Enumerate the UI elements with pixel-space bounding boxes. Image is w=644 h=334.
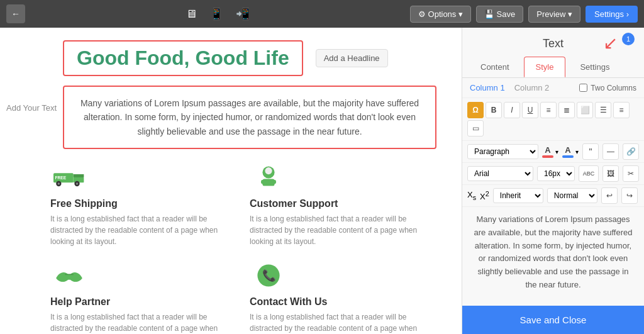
panel-tabs: Content Style Settings bbox=[462, 57, 644, 78]
text-content-area[interactable]: Many variations of Lorem Ipsum passages … bbox=[63, 86, 436, 149]
feature-title: Free Shipping bbox=[50, 198, 118, 209]
superscript-label: X2 bbox=[480, 190, 489, 201]
format-row2: Paragraph Heading 1 Heading 2 A ▾ A ▾ " … bbox=[462, 141, 644, 163]
svg-point-9 bbox=[265, 167, 272, 174]
image-button[interactable]: 🖼 bbox=[602, 165, 619, 182]
format-row4: Xs X2 Inherit Normal Bold Italic ↩ ↪ bbox=[462, 185, 644, 207]
svg-point-7 bbox=[76, 183, 78, 185]
notification-badge: 1 bbox=[622, 33, 635, 45]
list-item: Help Partner It is a long established fa… bbox=[50, 260, 237, 334]
headline-box[interactable]: Good Food, Good Life bbox=[63, 40, 303, 76]
settings-label: Settings › bbox=[594, 9, 629, 19]
undo-button[interactable]: ↩ bbox=[601, 187, 618, 204]
format-toolbar-row1: Ω B I U ≡ ≣ ⬜ ☰ ≡ ▭ bbox=[462, 98, 644, 141]
main-canvas: Add Your Text Good Food, Good Life Add a… bbox=[0, 28, 462, 334]
headline-text: Good Food, Good Life bbox=[77, 47, 289, 69]
tab-style[interactable]: Style bbox=[524, 57, 566, 77]
desktop-icon[interactable]: 🖥 bbox=[183, 5, 199, 23]
canvas-content: Add Your Text Good Food, Good Life Add a… bbox=[0, 28, 462, 334]
list-item: 📞 Contact With Us It is a long establish… bbox=[250, 260, 436, 334]
settings-button[interactable]: Settings › bbox=[586, 6, 638, 23]
back-icon: ← bbox=[11, 9, 20, 19]
quote-button[interactable]: " bbox=[582, 143, 599, 160]
bg-color-bar bbox=[562, 155, 574, 158]
right-panel: Text 1 ↙ Content Style Settings Column 1… bbox=[462, 28, 644, 334]
add-headline-button[interactable]: Add a Headline bbox=[316, 49, 388, 67]
inherit-select[interactable]: Inherit bbox=[493, 188, 543, 203]
panel-header: Text 1 ↙ bbox=[462, 28, 644, 57]
unordered-list-button[interactable]: ≡ bbox=[540, 102, 557, 118]
svg-marker-3 bbox=[74, 174, 84, 177]
save-close-button[interactable]: Save and Close bbox=[462, 306, 644, 334]
normal-select[interactable]: Normal Bold Italic bbox=[547, 188, 597, 203]
more-button[interactable]: ▭ bbox=[467, 120, 484, 136]
bold-button[interactable]: B bbox=[486, 102, 502, 118]
italic-button[interactable]: I bbox=[504, 102, 520, 118]
dash-button[interactable]: — bbox=[602, 143, 619, 160]
two-columns-checkbox[interactable] bbox=[579, 84, 587, 92]
paragraph-select[interactable]: Paragraph Heading 1 Heading 2 bbox=[467, 144, 538, 159]
save-label: 💾 Save bbox=[484, 9, 515, 19]
save-button[interactable]: 💾 Save bbox=[476, 6, 523, 23]
truck-icon: FREE bbox=[50, 162, 88, 193]
bg-color-chevron[interactable]: ▾ bbox=[575, 148, 579, 155]
two-columns-checkbox-area: Two Columns bbox=[579, 84, 636, 92]
column-2-tab[interactable]: Column 2 bbox=[514, 83, 550, 92]
preview-label: Preview ▾ bbox=[536, 9, 572, 19]
list-item: FREE Free Shipping It is a long establis… bbox=[50, 162, 237, 247]
feature-desc: It is a long established fact that a rea… bbox=[250, 213, 436, 247]
link-button[interactable]: 🔗 bbox=[623, 143, 639, 160]
svg-text:📞: 📞 bbox=[262, 269, 276, 283]
size-select[interactable]: 16px 12px 14px 18px 24px bbox=[537, 166, 575, 181]
tablet-icon[interactable]: 📱 bbox=[207, 4, 226, 23]
tab-content[interactable]: Content bbox=[469, 57, 521, 77]
font-color-chevron[interactable]: ▾ bbox=[555, 148, 558, 155]
font-select[interactable]: Arial Georgia Times bbox=[467, 166, 533, 181]
add-your-text-label[interactable]: Add Your Text bbox=[6, 103, 57, 113]
two-columns-label: Two Columns bbox=[591, 84, 636, 92]
options-label: ⚙ Options ▾ bbox=[418, 9, 463, 19]
preview-area: Many variations of Lorem Ipsum passages … bbox=[462, 207, 644, 306]
ordered-list-button[interactable]: ≣ bbox=[558, 102, 575, 118]
redo-button[interactable]: ↪ bbox=[621, 187, 638, 204]
features-grid: FREE Free Shipping It is a long establis… bbox=[25, 162, 436, 334]
feature-title: Contact With Us bbox=[250, 296, 327, 308]
feature-desc: It is a long established fact that a rea… bbox=[50, 213, 237, 247]
back-button[interactable]: ← bbox=[6, 4, 25, 23]
feature-title: Customer Support bbox=[250, 198, 338, 209]
top-toolbar: ← 🖥 📱 📲 ⚙ Options ▾ 💾 Save Preview ▾ Set… bbox=[0, 0, 644, 28]
special-button[interactable]: ✂ bbox=[623, 165, 639, 182]
tab-settings[interactable]: Settings bbox=[568, 57, 621, 77]
bg-color-button[interactable]: A bbox=[562, 145, 574, 158]
align-left-button[interactable]: ⬜ bbox=[577, 102, 593, 118]
omega-button[interactable]: Ω bbox=[467, 102, 484, 118]
abc-button[interactable]: ABC bbox=[579, 165, 599, 182]
feature-desc: It is a long established fact that a rea… bbox=[50, 311, 237, 334]
columns-row: Column 1 Column 2 Two Columns bbox=[462, 78, 644, 98]
feature-desc: It is a long established fact that a rea… bbox=[250, 311, 436, 334]
save-close-label: Save and Close bbox=[520, 315, 587, 325]
phone-icon: 📞 bbox=[250, 260, 287, 291]
feature-title: Help Partner bbox=[50, 296, 110, 308]
preview-button[interactable]: Preview ▾ bbox=[528, 6, 580, 23]
handshake-icon bbox=[50, 260, 88, 291]
body-text: Many variations of Lorem Ipsum passages … bbox=[77, 96, 423, 138]
format-row3: Arial Georgia Times 16px 12px 14px 18px … bbox=[462, 163, 644, 185]
align-right-button[interactable]: ≡ bbox=[613, 102, 630, 118]
list-item: Customer Support It is a long establishe… bbox=[250, 162, 436, 247]
options-button[interactable]: ⚙ Options ▾ bbox=[410, 6, 471, 23]
underline-button[interactable]: U bbox=[522, 102, 538, 118]
column-1-tab[interactable]: Column 1 bbox=[470, 83, 505, 92]
mobile-icon[interactable]: 📲 bbox=[233, 4, 252, 23]
arrow-indicator: ↙ bbox=[603, 33, 618, 53]
font-color-button[interactable]: A bbox=[542, 145, 553, 158]
svg-rect-11 bbox=[261, 180, 276, 184]
headline-area: Good Food, Good Life Add a Headline bbox=[25, 40, 436, 76]
font-color-bar bbox=[542, 155, 553, 158]
subscript-label: Xs bbox=[467, 190, 476, 201]
support-icon bbox=[250, 162, 287, 193]
svg-point-5 bbox=[58, 183, 60, 185]
preview-text: Many variations of Lorem Ipsum passages … bbox=[471, 213, 635, 292]
align-center-button[interactable]: ☰ bbox=[595, 102, 611, 118]
svg-text:FREE: FREE bbox=[55, 176, 67, 181]
